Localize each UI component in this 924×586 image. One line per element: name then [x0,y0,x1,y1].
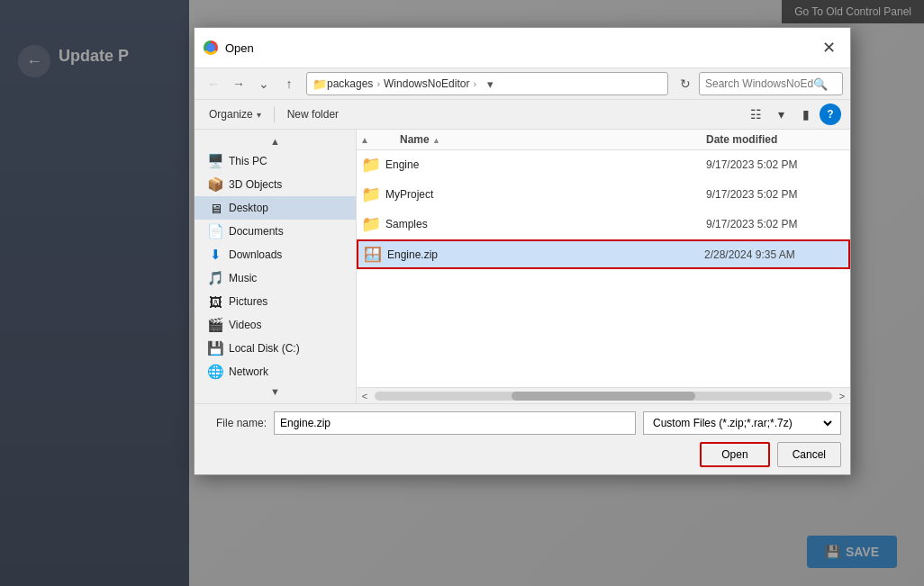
music-icon: 🎵 [207,270,223,286]
nav-up-button[interactable]: ↑ [277,72,301,95]
engine-folder-name: Engine [385,158,706,171]
header-scroll-up: ▲ [357,135,373,145]
sidebar-label-documents: Documents [229,225,284,238]
sidebar-item-music[interactable]: 🎵 Music [195,266,356,290]
sidebar-item-3d-objects[interactable]: 📦 3D Objects [195,173,356,196]
engine-folder-date: 9/17/2023 5:02 PM [706,158,850,171]
myproject-folder-date: 9/17/2023 5:02 PM [706,188,850,201]
sidebar-item-desktop[interactable]: 🖥 Desktop [195,196,356,220]
help-button[interactable]: ? [820,104,841,125]
file-area: ▲ Name ▲ Date modified 📁 Engine 9/17/ [357,130,850,403]
address-part-2: WindowsNoEditor [384,77,469,90]
file-row-engine-zip[interactable]: 🪟 Engine.zip 2/28/2024 9:35 AM [357,239,850,269]
sidebar-label-this-pc: This PC [229,155,267,167]
sidebar-item-local-disk[interactable]: 💾 Local Disk (C:) [195,337,356,360]
address-part-1: packages [327,77,373,90]
sidebar-item-documents[interactable]: 📄 Documents [195,220,356,243]
organize-label: Organize [209,108,253,121]
organize-arrow-icon: ▾ [257,110,261,120]
sidebar-label-network: Network [229,365,268,378]
col-name-header[interactable]: Name ▲ [373,133,706,146]
pictures-icon: 🖼 [207,293,223,310]
engine-folder-icon: 📁 [357,155,385,175]
hscroll-left-button[interactable]: < [357,388,373,404]
file-row-myproject-folder[interactable]: 📁 MyProject 9/17/2023 5:02 PM [357,180,850,210]
address-chevron-2: › [473,78,476,89]
view-list-button[interactable]: ☷ [744,104,767,125]
view-change-dropdown[interactable]: ▾ [769,104,793,125]
sidebar-item-pictures[interactable]: 🖼 Pictures [195,290,356,313]
filename-input[interactable] [274,411,636,435]
file-row-samples-folder[interactable]: 📁 Samples 9/17/2023 5:02 PM [357,210,850,239]
col-sort-icon: ▲ [432,136,440,145]
filetype-dropdown[interactable]: Custom Files (*.zip;*.rar;*.7z) All File… [643,411,841,435]
file-list-header: ▲ Name ▲ Date modified [357,130,850,150]
search-button[interactable]: 🔍 [813,77,828,91]
sidebar-label-pictures: Pictures [229,295,267,308]
sidebar-item-this-pc[interactable]: 🖥️ This PC [195,149,356,173]
address-breadcrumb: packages › WindowsNoEditor › [327,77,476,90]
sidebar-item-downloads[interactable]: ⬇ Downloads [195,243,356,266]
documents-icon: 📄 [207,223,223,239]
desktop-icon: 🖥 [207,200,223,216]
sidebar-scroll-down[interactable]: ▼ [195,383,356,400]
sidebar-item-videos[interactable]: 🎬 Videos [195,313,356,337]
sidebar-label-music: Music [229,272,257,284]
address-dropdown-button[interactable]: ▾ [480,73,500,95]
sidebar-label-videos: Videos [229,319,261,331]
hscroll-right-button[interactable]: > [834,388,850,404]
sidebar-item-network[interactable]: 🌐 Network [195,360,356,383]
file-row-engine-folder[interactable]: 📁 Engine 9/17/2023 5:02 PM [357,150,850,180]
nav-forward-button[interactable]: → [227,72,250,95]
refresh-button[interactable]: ↻ [674,72,697,95]
horizontal-scrollbar[interactable]: < > [357,387,850,403]
address-bar[interactable]: 📁 packages › WindowsNoEditor › ▾ [306,72,668,95]
cancel-button[interactable]: Cancel [777,442,841,467]
sidebar-label-local-disk: Local Disk (C:) [229,342,300,355]
local-disk-icon: 💾 [207,340,223,356]
engine-zip-date: 2/28/2024 9:35 AM [704,248,848,261]
nav-back-button[interactable]: ← [202,72,225,95]
engine-zip-icon: 🪟 [358,246,387,263]
bottom-area: File name: Custom Files (*.zip;*.rar;*.7… [195,403,850,474]
file-list: 📁 Engine 9/17/2023 5:02 PM 📁 MyProject 9… [357,150,850,387]
filename-label: File name: [204,417,267,429]
search-input[interactable] [705,77,813,90]
sidebar: ▲ 🖥️ This PC 📦 3D Objects 🖥 Desktop 📄 Do… [195,130,357,403]
action-bar: Organize ▾ New folder ☷ ▾ ▮ ? [195,100,850,130]
new-folder-button[interactable]: New folder [282,105,344,123]
col-date-label: Date modified [706,133,777,146]
col-date-header[interactable]: Date modified [706,133,850,146]
filename-row: File name: Custom Files (*.zip;*.rar;*.7… [204,411,841,435]
open-file-dialog: Open ✕ ← → ⌄ ↑ 📁 packages › WindowsNoEdi… [194,27,851,475]
sidebar-scroll-up[interactable]: ▲ [195,133,356,149]
network-icon: 🌐 [207,364,223,380]
samples-folder-name: Samples [385,218,706,230]
myproject-folder-icon: 📁 [357,185,385,204]
videos-icon: 🎬 [207,317,223,333]
dialog-title: Open [225,41,816,55]
myproject-folder-name: MyProject [385,188,706,201]
sidebar-label-desktop: Desktop [229,202,268,214]
main-area: ▲ 🖥️ This PC 📦 3D Objects 🖥 Desktop 📄 Do… [195,130,850,403]
3d-objects-icon: 📦 [207,176,223,193]
new-folder-label: New folder [287,108,339,121]
address-folder-icon: 📁 [313,77,327,91]
nav-dropdown-button[interactable]: ⌄ [252,72,276,95]
downloads-icon: ⬇ [207,247,223,263]
nav-toolbar: ← → ⌄ ↑ 📁 packages › WindowsNoEditor › ▾… [195,68,850,100]
open-button[interactable]: Open [700,442,769,467]
sidebar-label-downloads: Downloads [229,248,282,261]
view-icons-group: ☷ ▾ ▮ ? [744,104,841,125]
sidebar-label-3d-objects: 3D Objects [229,178,282,191]
filetype-select[interactable]: Custom Files (*.zip;*.rar;*.7z) All File… [649,416,835,430]
dialog-close-button[interactable]: ✕ [816,35,841,60]
dialog-app-icon [204,41,218,55]
samples-folder-date: 9/17/2023 5:02 PM [706,218,850,230]
hscroll-track[interactable] [375,392,832,401]
samples-folder-icon: 📁 [357,214,385,234]
this-pc-icon: 🖥️ [207,153,223,169]
view-preview-button[interactable]: ▮ [794,104,818,125]
search-box: 🔍 [699,72,843,95]
organize-button[interactable]: Organize ▾ [204,105,267,123]
